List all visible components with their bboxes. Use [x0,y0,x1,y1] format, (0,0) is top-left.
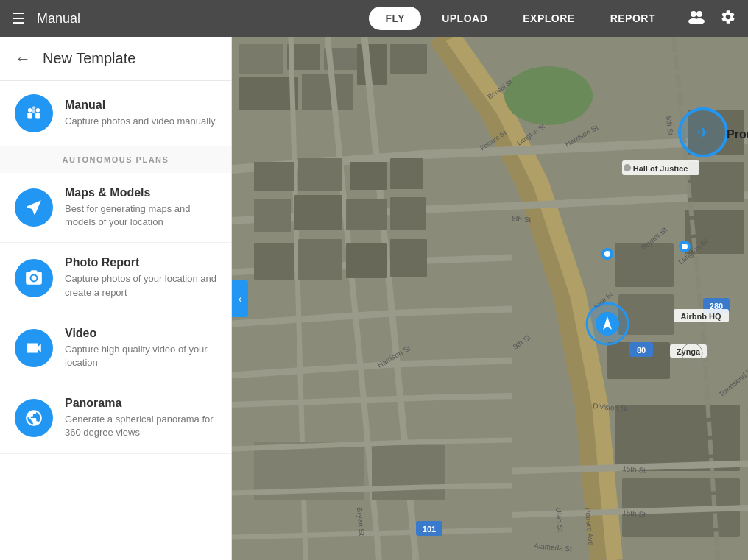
video-text: Video Capture high quality video of your… [65,327,216,369]
divider-line-right [176,160,216,160]
video-title: Video [65,327,216,340]
svg-rect-40 [615,405,740,471]
tab-explore[interactable]: EXPLORE [508,8,589,29]
svg-point-5 [36,108,40,112]
svg-rect-22 [254,199,291,232]
svg-text:8th St: 8th St [512,214,532,224]
topnav-action-icons [688,9,736,29]
photo-report-title: Photo Report [65,256,216,269]
top-navigation: ☰ Manual FLY UPLOAD EXPLORE REPORT [0,0,748,37]
svg-text:Airbnb HQ: Airbnb HQ [681,312,721,321]
tab-report[interactable]: REPORT [596,8,670,29]
svg-rect-27 [512,77,578,114]
svg-rect-15 [302,74,353,110]
app-title: Manual [37,11,80,26]
sidebar-header: ← New Template [0,37,231,81]
svg-rect-18 [254,162,294,191]
svg-rect-39 [372,445,445,500]
divider-label: AUTONOMOUS PLANS [55,155,177,164]
svg-rect-14 [239,77,298,110]
team-icon[interactable] [688,10,705,28]
svg-rect-20 [350,162,387,190]
svg-rect-25 [390,197,426,230]
manual-icon [15,94,53,132]
video-desc: Capture high quality video of your locat… [65,343,216,369]
menu-item-photo-report[interactable]: Photo Report Capture photos of your loca… [0,243,231,313]
svg-rect-24 [346,199,387,230]
menu-item-maps-models[interactable]: Maps & Models Best for generating maps a… [0,173,231,243]
menu-icon[interactable]: ☰ [12,10,25,27]
svg-text:101: 101 [423,525,436,534]
svg-text:80: 80 [637,346,646,355]
manual-desc: Capture photos and video manually [65,115,216,128]
tab-upload[interactable]: UPLOAD [427,8,502,29]
photo-report-text: Photo Report Capture photos of your loca… [65,256,216,299]
settings-icon[interactable] [720,9,736,29]
photo-report-desc: Capture photos of your location and crea… [65,272,216,299]
chevron-left-icon: ‹ [239,293,242,305]
svg-text:Hall of Justice: Hall of Justice [633,164,688,173]
menu-item-panorama[interactable]: Panorama Generate a spherical panorama f… [0,383,231,453]
panorama-title: Panorama [65,397,216,410]
svg-point-1 [696,11,702,17]
svg-text:Production: Production [727,128,748,141]
manual-text: Manual Capture photos and video manually [65,99,216,128]
svg-point-8 [32,106,35,109]
photo-report-icon [15,259,53,297]
maps-models-icon [15,188,53,227]
svg-rect-29 [298,239,342,280]
autonomous-section-divider: AUTONOMOUS PLANS [0,146,231,173]
divider-line-left [15,160,55,160]
sidebar: ← New Template Manual Capture photos and… [0,37,232,560]
manual-title: Manual [65,99,216,112]
svg-rect-19 [298,158,342,191]
video-icon [15,329,53,367]
svg-point-3 [694,18,705,24]
back-button[interactable]: ← [15,49,31,68]
svg-point-50 [682,244,688,249]
svg-rect-11 [239,44,283,74]
tab-fly[interactable]: FLY [369,7,421,30]
svg-point-69 [682,343,702,364]
svg-point-4 [28,108,32,112]
maps-models-title: Maps & Models [65,186,216,199]
main-content: ← New Template Manual Capture photos and… [0,37,748,560]
svg-point-0 [691,11,696,17]
sidebar-title: New Template [43,50,135,67]
nav-tabs: FLY UPLOAD EXPLORE REPORT [369,7,670,30]
svg-point-60 [624,164,631,171]
menu-item-manual[interactable]: Manual Capture photos and video manually [0,81,231,146]
svg-rect-28 [254,243,294,280]
panorama-desc: Generate a spherical panorama for 360 de… [65,413,216,439]
panorama-text: Panorama Generate a spherical panorama f… [65,397,216,439]
svg-text:5th St: 5th St [665,116,674,135]
sidebar-collapse-button[interactable]: ‹ [232,280,248,317]
svg-point-48 [604,251,610,257]
map-view[interactable]: ✈ 80 101 280 Hall of Justice Pinterest [232,37,748,560]
panorama-icon [15,399,53,437]
maps-models-desc: Best for generating maps and models of y… [65,202,216,229]
svg-rect-21 [390,158,423,189]
svg-rect-17 [390,44,427,74]
svg-rect-7 [35,113,40,119]
menu-item-video[interactable]: Video Capture high quality video of your… [0,313,231,383]
svg-rect-9 [32,110,35,113]
svg-text:✈: ✈ [697,124,710,141]
svg-rect-23 [294,195,342,230]
svg-rect-31 [390,239,427,277]
svg-rect-30 [346,243,387,278]
maps-models-text: Maps & Models Best for generating maps a… [65,186,216,229]
svg-rect-6 [27,113,32,119]
